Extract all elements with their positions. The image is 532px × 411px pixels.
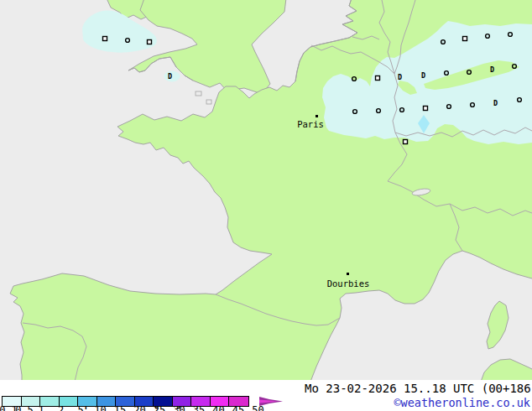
tick-label: 50 — [252, 404, 263, 411]
tick-label: 5 — [77, 404, 83, 411]
tick-label: 10 — [94, 404, 106, 411]
precip-symbol-square — [148, 40, 152, 44]
city-label-dourbies: Dourbies — [327, 278, 370, 289]
tick-label: 20 — [133, 404, 145, 411]
tick-label: 25 — [154, 404, 165, 411]
precip-symbol-drizzle: D — [493, 99, 498, 107]
precip-symbol-square — [404, 140, 408, 144]
weather-map-page: DDDDD Paris Dourbies Precipitation[mm]GF… — [0, 0, 532, 411]
tick-label: 1 — [38, 404, 44, 411]
precip-symbol-drizzle: D — [421, 71, 425, 80]
map-area: DDDDD Paris Dourbies — [0, 0, 532, 380]
tick-label: 40 — [212, 404, 224, 411]
precip-symbol-square — [424, 107, 428, 111]
city-label-paris: Paris — [297, 119, 324, 129]
tick-label: 35 — [193, 404, 205, 411]
legend-bar: Precipitation[mm]GFS 0.10.51251015202530… — [0, 380, 532, 411]
channel-island-guernsey — [196, 91, 201, 96]
precip-symbol-square — [103, 37, 107, 41]
weather-map: DDDDD Paris Dourbies — [0, 0, 532, 380]
precip-symbol-drizzle: D — [490, 65, 494, 74]
city-dot-dourbies — [347, 273, 349, 275]
tick-label: 0.5 — [15, 404, 34, 411]
tick-label: 30 — [173, 404, 185, 411]
precip-symbol-drizzle: D — [168, 72, 172, 81]
tick-label: 45 — [232, 404, 244, 411]
channel-island-jersey — [206, 100, 211, 104]
copyright-link[interactable]: ©weatheronline.co.uk — [394, 396, 530, 409]
city-dot-paris — [316, 115, 318, 117]
tick-label: 2 — [58, 404, 64, 411]
precip-symbol-square — [463, 37, 467, 41]
tick-label: 15 — [114, 404, 126, 411]
precip-symbol-drizzle: D — [398, 73, 402, 81]
datetime-text: Mo 23-02-2026 15..18 UTC (00+186 — [305, 382, 531, 395]
precip-symbol-square — [376, 76, 380, 81]
colorbar-tick-labels: 0.10.5125101520253035404550 — [0, 403, 285, 411]
